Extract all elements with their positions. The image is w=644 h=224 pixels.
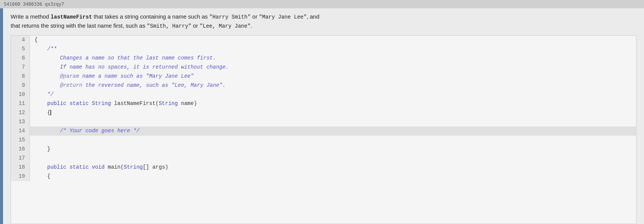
- line-code-content[interactable]: */: [30, 90, 636, 99]
- desc-end2: .: [251, 22, 252, 29]
- left-border-accent: [0, 8, 3, 224]
- code-line[interactable]: 11 public static String lastNameFirst(St…: [11, 99, 636, 108]
- desc-end1: , and: [307, 13, 319, 20]
- line-number: 7: [11, 63, 30, 72]
- code-line[interactable]: 4{: [11, 36, 636, 45]
- line-number: 15: [11, 136, 30, 145]
- line-code-content[interactable]: Changes a name so that the last name com…: [30, 54, 636, 63]
- main-content: Write a method lastNameFirst that takes …: [3, 8, 644, 224]
- line-code-content[interactable]: {: [30, 108, 636, 117]
- desc-middle: that takes a string containing a name su…: [92, 13, 209, 20]
- line-code-content[interactable]: public static void main(String[] args): [30, 163, 636, 172]
- code-line[interactable]: 7 If name has no spaces, it is returned …: [11, 63, 636, 72]
- code-line[interactable]: 8 @param name a name such as "Mary Jane …: [11, 72, 636, 81]
- line-code-content[interactable]: public static String lastNameFirst(Strin…: [30, 99, 636, 108]
- line-code-content[interactable]: /**: [30, 45, 636, 54]
- line-number: 18: [11, 163, 30, 172]
- line-number: 9: [11, 81, 30, 90]
- desc-connector2: or: [191, 22, 200, 29]
- method-name-code: lastNameFirst: [51, 14, 92, 20]
- str4: "Lee, Mary Jane": [200, 23, 251, 29]
- line-number: 8: [11, 72, 30, 81]
- line-code-content[interactable]: @return the reversed name, such as "Lee,…: [30, 81, 636, 90]
- code-line[interactable]: 17: [11, 154, 636, 163]
- code-line[interactable]: 13: [11, 117, 636, 127]
- line-code-content[interactable]: /* Your code goes here */: [30, 127, 636, 136]
- line-number: 19: [11, 172, 30, 181]
- str3: "Smith, Harry": [147, 23, 191, 29]
- code-editor[interactable]: 4{5 /**6 Changes a name so that the last…: [11, 35, 636, 224]
- code-line[interactable]: 16 }: [11, 145, 636, 154]
- code-line[interactable]: 19 {: [11, 172, 636, 181]
- desc-prefix2: that returns the string with the last na…: [11, 22, 147, 29]
- code-line[interactable]: 15: [11, 136, 636, 145]
- line-code-content[interactable]: }: [30, 145, 636, 154]
- line-code-content[interactable]: @param name a name such as "Mary Jane Le…: [30, 72, 636, 81]
- code-line[interactable]: 6 Changes a name so that the last name c…: [11, 54, 636, 63]
- desc-connector1: or: [251, 13, 259, 20]
- line-number: 5: [11, 45, 30, 54]
- line-code-content[interactable]: [30, 136, 636, 145]
- str1: "Harry Smith": [209, 14, 251, 20]
- line-number: 13: [11, 117, 30, 127]
- line-number: 12: [11, 108, 30, 117]
- line-number: 14: [11, 127, 30, 136]
- content-area: Write a method lastNameFirst that takes …: [0, 8, 644, 224]
- code-line[interactable]: 18 public static void main(String[] args…: [11, 163, 636, 172]
- code-line[interactable]: 5 /**: [11, 45, 636, 54]
- line-code-content[interactable]: [30, 154, 636, 163]
- code-line[interactable]: 9 @return the reversed name, such as "Le…: [11, 81, 636, 90]
- top-bar-label: 541660 3486336 qx3zqy7: [4, 2, 64, 7]
- line-code-content[interactable]: [30, 117, 636, 127]
- line-number: 16: [11, 145, 30, 154]
- line-code-content[interactable]: If name has no spaces, it is returned wi…: [30, 63, 636, 72]
- top-bar: 541660 3486336 qx3zqy7: [0, 0, 644, 8]
- page-container: 541660 3486336 qx3zqy7 Write a method la…: [0, 0, 644, 224]
- line-code-content[interactable]: {: [30, 172, 636, 181]
- code-line[interactable]: 12 {: [11, 108, 636, 117]
- str2: "Mary Jane Lee": [259, 14, 307, 20]
- desc-line2: that returns the string with the last na…: [11, 22, 252, 29]
- code-line[interactable]: 10 */: [11, 90, 636, 99]
- line-number: 11: [11, 99, 30, 108]
- line-number: 17: [11, 154, 30, 163]
- line-code-content[interactable]: {: [30, 36, 636, 45]
- code-line[interactable]: 14 /* Your code goes here */: [11, 127, 636, 136]
- line-number: 10: [11, 90, 30, 99]
- desc-line1: Write a method lastNameFirst that takes …: [11, 13, 320, 20]
- desc-prefix: Write a method: [11, 13, 51, 20]
- description-block: Write a method lastNameFirst that takes …: [11, 12, 636, 31]
- line-number: 6: [11, 54, 30, 63]
- line-number: 4: [11, 36, 30, 45]
